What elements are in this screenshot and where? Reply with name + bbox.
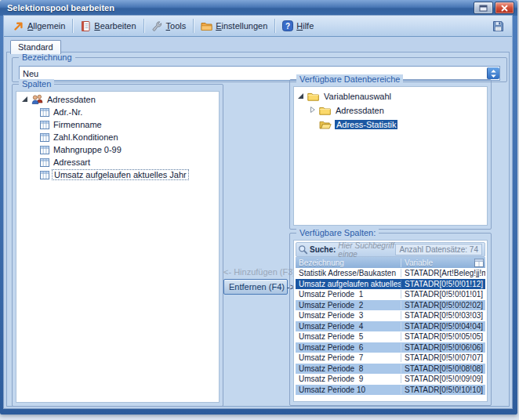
tree-expander-icon[interactable] <box>16 95 31 104</box>
folder-open-icon <box>319 120 332 129</box>
spinner-arrows-icon <box>490 69 497 78</box>
screen: Selektionspool bearbeiten AllgemeinBearb… <box>0 0 519 420</box>
cell-bezeichnung: Umsatz Periode 1 <box>296 290 401 299</box>
cell-bezeichnung: Umsatz Periode 3 <box>296 311 401 320</box>
table-icon <box>40 171 49 179</box>
tree-expander-spacer <box>310 120 319 129</box>
toolbar-button-tools[interactable]: Tools <box>146 19 192 34</box>
tree-expander-icon[interactable] <box>310 106 319 115</box>
cell-variable: STATADR[0!5!0!09!09] <box>401 375 485 383</box>
save-floppy-icon <box>492 20 504 32</box>
combo-spinner-button[interactable] <box>487 67 499 79</box>
table-body: Statistik Adresse/BaukastenSTATADR[Art!B… <box>296 268 485 400</box>
cell-bezeichnung: Umsatz Periode 7 <box>296 353 401 362</box>
toolbar-button-label: Hilfe <box>296 21 314 31</box>
toolbar-button-allgemein[interactable]: Allgemein <box>7 19 71 34</box>
tree-item[interactable]: Adr.-Nr. <box>16 106 219 118</box>
tree-item[interactable]: Zahl.Konditionen <box>16 131 219 143</box>
cell-variable: STATADR[0!5!0!01!01] <box>401 290 485 299</box>
tree-expander-icon[interactable] <box>297 92 307 101</box>
tree-item[interactable]: Adressart <box>16 156 219 168</box>
tree-item-label: Adr.-Nr. <box>52 107 84 117</box>
save-button[interactable] <box>492 20 504 32</box>
cell-variable: STATADR[0!5!0!06!06] <box>401 343 485 352</box>
table-row[interactable]: Statistik Adresse/BaukastenSTATADR[Art!B… <box>296 268 485 279</box>
people-icon <box>31 94 43 105</box>
tree-item-label: Umsatz aufgelaufen aktuelles Jahr <box>52 169 189 180</box>
column-chooser-icon[interactable] <box>474 259 484 267</box>
toolbar-button-hilfe[interactable]: ?Hilfe <box>277 19 319 33</box>
cell-bezeichnung: Statistik Adresse/Baukasten <box>296 269 401 277</box>
cell-bezeichnung: Umsatz Periode 4 <box>296 322 401 331</box>
allgemein-arrow-icon <box>13 20 24 32</box>
tree-item-adress-statistik[interactable]: Adress-Statistik <box>294 118 487 132</box>
table-icon <box>40 146 49 154</box>
tree-item-label: Adressdaten <box>45 95 97 104</box>
table-row[interactable]: Umsatz Periode 8STATADR[0!5!0!08!08] <box>296 364 485 375</box>
table-row[interactable]: Umsatz Periode 9STATADR[0!5!0!09!09] <box>296 374 485 385</box>
tree-item[interactable]: Firmenname <box>16 118 219 131</box>
toolbar-separator <box>193 19 194 33</box>
toolbar-button-label: Allgemein <box>27 21 65 31</box>
toolbar-separator <box>143 19 144 33</box>
tree-item-label: Zahl.Konditionen <box>52 132 120 142</box>
search-input[interactable]: Hier Suchbegriff einge <box>338 241 395 259</box>
tree-item[interactable]: Umsatz aufgelaufen aktuelles Jahr <box>16 168 219 181</box>
tree-item-label: Mahngruppe 0-99 <box>52 145 123 154</box>
toolbar-button-einstellungen[interactable]: Einstellungen <box>195 20 273 33</box>
cell-variable: STATADR[Art!Beleg!jj!mm!m <box>401 269 485 277</box>
tab-standard[interactable]: Standard <box>10 40 61 54</box>
einstellungen-folder-icon <box>201 21 212 31</box>
table-row[interactable]: Umsatz aufgelaufen aktuelles JahrSTATADR… <box>296 279 485 290</box>
toolbar-button-label: Einstellungen <box>216 21 267 31</box>
cell-variable: STATADR[0!5!0!07!07] <box>401 353 485 362</box>
table-row[interactable]: Umsatz Periode 10STATADR[0!5!0!10!10] <box>296 385 485 396</box>
folder-closed-icon <box>319 106 331 115</box>
bearbeiten-edit-icon <box>80 20 91 32</box>
tools-wrench-icon <box>151 20 163 32</box>
cell-variable: STATADR[0!5!0!01!12] <box>401 280 485 288</box>
table-row[interactable]: Umsatz Periode 5STATADR[0!5!0!05!05] <box>296 331 485 342</box>
window-title: Selektionspool bearbeiten <box>3 3 114 13</box>
table-row[interactable]: Umsatz Periode 4STATADR[0!5!0!04!04] <box>296 321 485 332</box>
tab-panel: Bezeichnung Neu Spalten AdressdatenAdr.-… <box>6 52 510 407</box>
tree-item-adressdaten[interactable]: Adressdaten <box>294 103 487 118</box>
table-row[interactable]: Umsatz Periode 6STATADR[0!5!0!06!06] <box>296 342 485 353</box>
table-icon <box>40 108 49 117</box>
verfuegbare-spalten-group: Verfügbare Spalten: Suche: Hier Suchbegr… <box>289 233 492 406</box>
table-row[interactable]: Umsatz Periode 2STATADR[0!5!0!02!02] <box>296 300 485 311</box>
cell-bezeichnung: Umsatz Periode 8 <box>296 364 401 373</box>
cell-variable: STATADR[0!5!0!04!04] <box>401 322 485 331</box>
toolbar-button-label: Bearbeiten <box>94 21 136 31</box>
tree-item-label: Adressart <box>52 158 92 167</box>
close-button[interactable] <box>495 2 514 14</box>
column-header-variable[interactable]: Variable <box>401 259 474 267</box>
table-icon <box>40 158 49 167</box>
table-row[interactable]: Umsatz Periode 3STATADR[0!5!0!03!03] <box>296 310 485 321</box>
entfernen-button[interactable]: Entfernen (F4) -> <box>223 279 288 295</box>
column-header-bezeichnung[interactable]: Bezeichnung <box>296 259 401 267</box>
tree-item[interactable]: Mahngruppe 0-99 <box>16 143 219 156</box>
table-icon <box>40 133 49 142</box>
cell-bezeichnung: Umsatz Periode 6 <box>296 343 401 352</box>
bezeichnung-combo-value: Neu <box>20 69 487 78</box>
window: Selektionspool bearbeiten AllgemeinBearb… <box>0 0 517 415</box>
toolbar-button-bearbeiten[interactable]: Bearbeiten <box>74 19 141 34</box>
hinzufuegen-button: <- Hinzufügen (F3) <box>223 267 286 277</box>
search-icon <box>298 244 308 255</box>
titlebar[interactable]: Selektionspool bearbeiten <box>0 0 517 16</box>
table-row[interactable]: Umsatz Periode 7STATADR[0!5!0!07!07] <box>296 353 485 364</box>
tree-item-label: Adress-Statistik <box>335 120 397 129</box>
tree-item-variablenauswahl[interactable]: Variablenauswahl <box>294 89 487 103</box>
cell-variable: STATADR[0!5!0!05!05] <box>401 332 485 341</box>
spalten-tree-box: AdressdatenAdr.-Nr.FirmennameZahl.Kondit… <box>16 91 220 403</box>
datenbereiche-tree-box: VariablenauswahlAdressdatenAdress-Statis… <box>293 86 488 226</box>
table-row[interactable]: Umsatz Periode 1STATADR[0!5!0!01!01] <box>296 289 485 300</box>
window-body: AllgemeinBearbeitenToolsEinstellungen?Hi… <box>4 16 512 408</box>
tree-item-adressdaten[interactable]: Adressdaten <box>16 93 219 106</box>
toolbar: AllgemeinBearbeitenToolsEinstellungen?Hi… <box>4 16 512 37</box>
spalten-group: Spalten AdressdatenAdr.-Nr.FirmennameZah… <box>12 84 223 407</box>
tree-item-label: Variablenauswahl <box>322 92 393 101</box>
restore-button[interactable] <box>474 2 493 14</box>
cell-bezeichnung: Umsatz Periode 9 <box>296 375 401 383</box>
